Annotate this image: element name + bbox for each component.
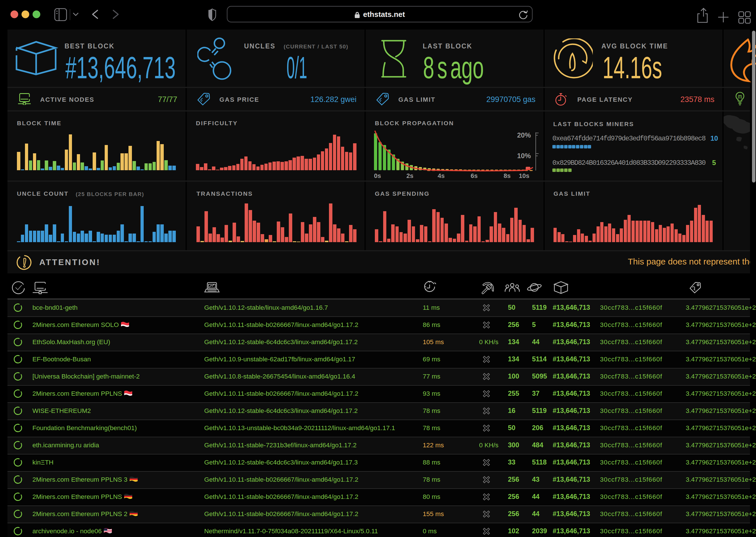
svg-text:10%: 10% xyxy=(517,152,531,160)
svg-text:8s: 8s xyxy=(504,172,511,179)
svg-text:20%: 20% xyxy=(517,131,531,139)
svg-text:ethstats.net: ethstats.net xyxy=(363,10,405,19)
svg-text:6s: 6s xyxy=(470,172,477,179)
svg-text:0s: 0s xyxy=(374,172,381,179)
svg-text:2s: 2s xyxy=(406,172,413,179)
svg-text:4s: 4s xyxy=(438,172,445,179)
svg-text:10s: 10s xyxy=(519,172,529,179)
